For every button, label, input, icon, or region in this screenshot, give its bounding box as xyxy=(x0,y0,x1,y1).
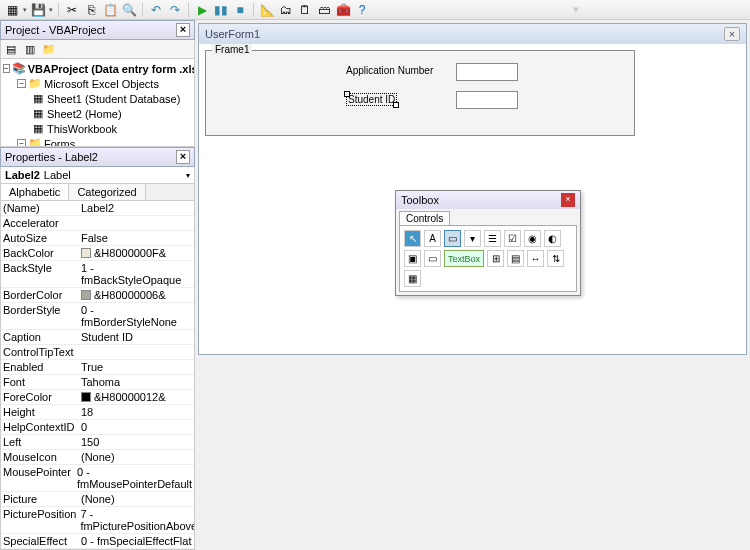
property-row[interactable]: FontTahoma xyxy=(1,375,194,390)
property-name: ControlTipText xyxy=(1,345,79,359)
property-value[interactable]: 1 - fmBackStyleOpaque xyxy=(79,261,194,287)
label-application-number[interactable]: Application Number xyxy=(346,65,433,76)
tree-forms[interactable]: −📁Forms xyxy=(3,136,192,147)
save-icon[interactable]: 💾 xyxy=(30,2,46,18)
tool-multipage[interactable]: ▤ xyxy=(507,250,524,267)
folder-icon[interactable]: 📁 xyxy=(41,42,57,56)
property-value[interactable]: &H8000000F& xyxy=(79,246,194,260)
tool-tabstrip[interactable]: ⊞ xyxy=(487,250,504,267)
run-icon[interactable]: ▶ xyxy=(194,2,210,18)
textbox-student-id[interactable] xyxy=(456,91,518,109)
property-row[interactable]: AutoSizeFalse xyxy=(1,231,194,246)
toolbox-icon[interactable]: 🧰 xyxy=(335,2,351,18)
property-row[interactable]: MousePointer0 - fmMousePointerDefault xyxy=(1,465,194,492)
property-row[interactable]: BorderColor&H80000006& xyxy=(1,288,194,303)
project-close-icon[interactable]: × xyxy=(176,23,190,37)
property-value[interactable] xyxy=(79,345,194,359)
tool-textbox[interactable]: TextBox xyxy=(444,250,484,267)
property-row[interactable]: BackColor&H8000000F& xyxy=(1,246,194,261)
paste-icon[interactable]: 📋 xyxy=(102,2,118,18)
property-row[interactable]: ForeColor&H80000012& xyxy=(1,390,194,405)
tool-textbox-icon[interactable]: ▭ xyxy=(444,230,461,247)
redo-icon[interactable]: ↷ xyxy=(167,2,183,18)
help-icon[interactable]: ? xyxy=(354,2,370,18)
properties-close-icon[interactable]: × xyxy=(176,150,190,164)
tool-label[interactable]: A xyxy=(424,230,441,247)
property-row[interactable]: ControlTipText xyxy=(1,345,194,360)
tool-togglebutton[interactable]: ◐ xyxy=(544,230,561,247)
property-value[interactable]: 0 - fmSpecialEffectFlat xyxy=(79,534,194,548)
textbox-application-number[interactable] xyxy=(456,63,518,81)
property-row[interactable]: Height18 xyxy=(1,405,194,420)
property-row[interactable]: Accelerator xyxy=(1,216,194,231)
cut-icon[interactable]: ✂ xyxy=(64,2,80,18)
property-row[interactable]: PicturePosition7 - fmPicturePositionAbov… xyxy=(1,507,194,534)
object-browser-icon[interactable]: 🗃 xyxy=(316,2,332,18)
tool-scrollbar[interactable]: ↔ xyxy=(527,250,544,267)
tool-optionbutton[interactable]: ◉ xyxy=(524,230,541,247)
property-value[interactable]: 150 xyxy=(79,435,194,449)
pause-icon[interactable]: ▮▮ xyxy=(213,2,229,18)
toolbox[interactable]: Toolbox × Controls ↖ A ▭ ▾ ☰ ☑ ◉ ◐ ▣ ▭ T… xyxy=(395,190,581,296)
find-icon[interactable]: 🔍 xyxy=(121,2,137,18)
tree-excel-objects[interactable]: −📁Microsoft Excel Objects xyxy=(3,76,192,91)
tree-sheet1[interactable]: ▦Sheet1 (Student Database) xyxy=(3,91,192,106)
properties-icon[interactable]: 🗒 xyxy=(297,2,313,18)
copy-icon[interactable]: ⎘ xyxy=(83,2,99,18)
property-row[interactable]: Left150 xyxy=(1,435,194,450)
tool-select[interactable]: ↖ xyxy=(404,230,421,247)
property-row[interactable]: HelpContextID0 xyxy=(1,420,194,435)
property-value[interactable]: 0 - fmMousePointerDefault xyxy=(75,465,194,491)
property-row[interactable]: (Name)Label2 xyxy=(1,201,194,216)
property-value[interactable]: True xyxy=(79,360,194,374)
tool-spinbutton[interactable]: ⇅ xyxy=(547,250,564,267)
property-value[interactable]: (None) xyxy=(79,450,194,464)
property-value[interactable]: 7 - fmPicturePositionAboveCenter xyxy=(78,507,195,533)
userform-designer[interactable]: UserForm1 × Frame1 Application Number St… xyxy=(198,23,747,355)
label-student-id[interactable]: Student ID xyxy=(346,93,397,106)
tool-checkbox[interactable]: ☑ xyxy=(504,230,521,247)
tree-root[interactable]: −📚VBAProject (Data entry form .xlsm) xyxy=(3,61,192,76)
property-value[interactable]: False xyxy=(79,231,194,245)
object-selector[interactable]: Label2Label ▾ xyxy=(0,167,195,184)
property-row[interactable]: MouseIcon(None) xyxy=(1,450,194,465)
toolbox-titlebar[interactable]: Toolbox × xyxy=(396,191,580,209)
tool-image[interactable]: ▦ xyxy=(404,270,421,287)
property-value[interactable]: &H80000006& xyxy=(79,288,194,302)
property-value[interactable]: Student ID xyxy=(79,330,194,344)
property-value[interactable]: &H80000012& xyxy=(79,390,194,404)
toolbox-close-icon[interactable]: × xyxy=(561,193,575,207)
property-value[interactable] xyxy=(79,216,194,230)
property-value[interactable]: Tahoma xyxy=(79,375,194,389)
tool-combobox[interactable]: ▾ xyxy=(464,230,481,247)
frame1[interactable]: Frame1 Application Number Student ID xyxy=(205,50,635,136)
tab-categorized[interactable]: Categorized xyxy=(69,184,145,200)
toolbox-tab-controls[interactable]: Controls xyxy=(399,211,450,225)
property-value[interactable]: 0 - fmBorderStyleNone xyxy=(79,303,194,329)
property-value[interactable]: Label2 xyxy=(79,201,194,215)
design-mode-icon[interactable]: 📐 xyxy=(259,2,275,18)
excel-icon[interactable]: ▦ xyxy=(4,2,20,18)
tree-sheet2[interactable]: ▦Sheet2 (Home) xyxy=(3,106,192,121)
undo-icon[interactable]: ↶ xyxy=(148,2,164,18)
property-row[interactable]: SpecialEffect0 - fmSpecialEffectFlat xyxy=(1,534,194,549)
view-object-icon[interactable]: ▥ xyxy=(22,42,38,56)
property-row[interactable]: EnabledTrue xyxy=(1,360,194,375)
property-value[interactable]: 0 xyxy=(79,420,194,434)
property-value[interactable]: 18 xyxy=(79,405,194,419)
userform-close-icon[interactable]: × xyxy=(724,27,740,41)
property-value[interactable]: (None) xyxy=(79,492,194,506)
project-explorer-icon[interactable]: 🗂 xyxy=(278,2,294,18)
stop-icon[interactable]: ■ xyxy=(232,2,248,18)
tool-frame[interactable]: ▣ xyxy=(404,250,421,267)
properties-grid: (Name)Label2AcceleratorAutoSizeFalseBack… xyxy=(0,201,195,550)
tool-listbox[interactable]: ☰ xyxy=(484,230,501,247)
property-row[interactable]: CaptionStudent ID xyxy=(1,330,194,345)
tab-alphabetic[interactable]: Alphabetic xyxy=(1,184,69,200)
property-row[interactable]: BackStyle1 - fmBackStyleOpaque xyxy=(1,261,194,288)
property-row[interactable]: BorderStyle0 - fmBorderStyleNone xyxy=(1,303,194,330)
tree-thisworkbook[interactable]: ▦ThisWorkbook xyxy=(3,121,192,136)
view-code-icon[interactable]: ▤ xyxy=(3,42,19,56)
property-row[interactable]: Picture(None) xyxy=(1,492,194,507)
tool-commandbutton[interactable]: ▭ xyxy=(424,250,441,267)
